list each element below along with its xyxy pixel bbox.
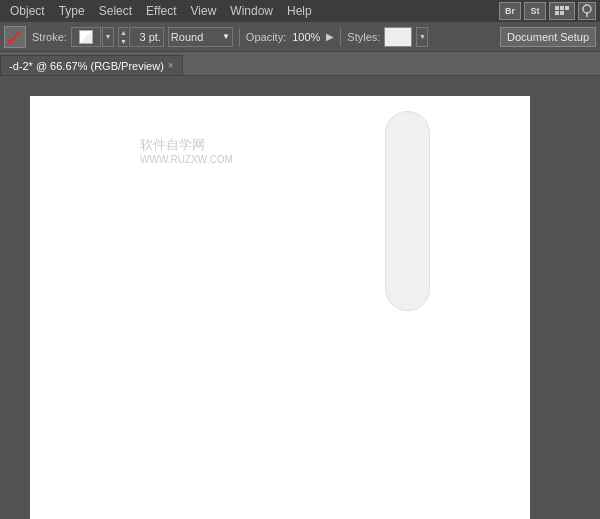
opacity-label: Opacity: [246, 31, 286, 43]
menu-effect[interactable]: Effect [140, 2, 182, 20]
tab-label: -d-2* @ 66.67% (RGB/Preview) [9, 60, 164, 72]
menu-bar: Object Type Select Effect View Window He… [0, 0, 600, 22]
styles-label: Styles: [347, 31, 380, 43]
toolbar: Stroke: ▼ ▲ ▼ Round ▼ Opacity: 100% ▶ St… [0, 22, 600, 52]
canvas-area: 软件自学网 WWW.RUZXW.COM [0, 76, 600, 519]
weight-group: ▲ ▼ [118, 27, 164, 47]
stroke-color-dropdown[interactable]: ▼ [102, 27, 114, 47]
cap-style-group: Round ▼ [168, 27, 233, 47]
svg-rect-1 [560, 6, 564, 10]
opacity-value[interactable]: 100% [292, 31, 320, 43]
menu-bar-right-icons: Br St [499, 2, 596, 20]
weight-input[interactable] [129, 27, 164, 47]
svg-rect-8 [8, 40, 13, 44]
menu-view[interactable]: View [185, 2, 223, 20]
menu-object[interactable]: Object [4, 2, 51, 20]
stroke-color-group: ▼ [71, 27, 114, 47]
svg-rect-4 [560, 11, 564, 15]
arrange-icon[interactable] [549, 2, 575, 20]
document-tab[interactable]: -d-2* @ 66.67% (RGB/Preview) × [0, 55, 183, 75]
svg-point-5 [583, 5, 591, 13]
tab-bar: -d-2* @ 66.67% (RGB/Preview) × [0, 52, 600, 76]
stroke-color-swatch[interactable] [71, 27, 101, 47]
menu-window[interactable]: Window [224, 2, 279, 20]
bridge-icon[interactable]: Br [499, 2, 521, 20]
watermark-line2: WWW.RUZXW.COM [140, 154, 233, 165]
rounded-rectangle-shape [385, 111, 430, 311]
stock-icon[interactable]: St [524, 2, 546, 20]
cap-style-arrow: ▼ [222, 32, 230, 41]
opacity-arrow[interactable]: ▶ [326, 31, 334, 42]
watermark-line1: 软件自学网 [140, 136, 233, 154]
stroke-tool-icon[interactable] [4, 26, 26, 48]
menu-select[interactable]: Select [93, 2, 138, 20]
cap-style-dropdown[interactable]: Round ▼ [168, 27, 233, 47]
separator-1 [239, 28, 240, 46]
svg-rect-3 [555, 11, 559, 15]
svg-rect-2 [565, 6, 569, 10]
document-setup-button[interactable]: Document Setup [500, 27, 596, 47]
workspace-icon[interactable] [578, 2, 596, 20]
weight-stepper[interactable]: ▲ ▼ [118, 27, 128, 47]
separator-2 [340, 28, 341, 46]
cap-style-label: Round [171, 31, 203, 43]
document-page: 软件自学网 WWW.RUZXW.COM [30, 96, 530, 519]
stroke-label: Stroke: [32, 31, 67, 43]
menu-type[interactable]: Type [53, 2, 91, 20]
styles-box[interactable] [384, 27, 412, 47]
svg-rect-0 [555, 6, 559, 10]
tab-close-button[interactable]: × [168, 60, 174, 71]
watermark: 软件自学网 WWW.RUZXW.COM [140, 136, 233, 165]
menu-help[interactable]: Help [281, 2, 318, 20]
styles-dropdown[interactable]: ▼ [416, 27, 428, 47]
